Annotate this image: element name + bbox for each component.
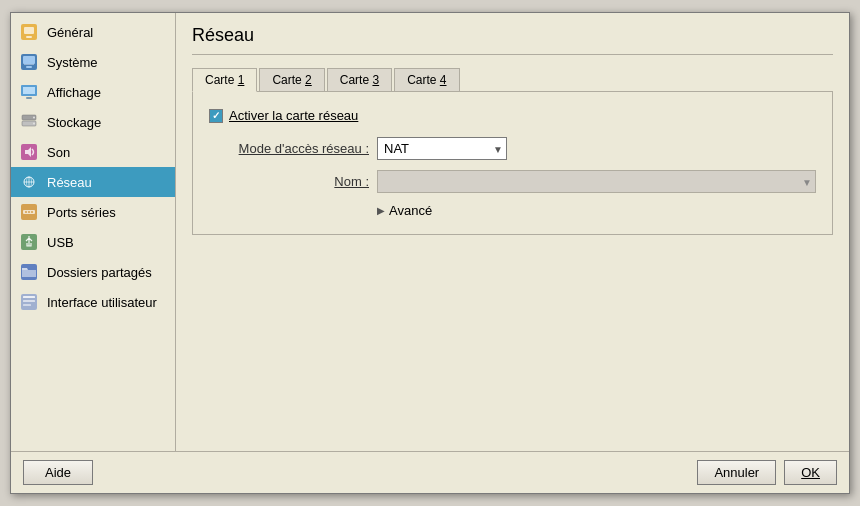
- tab-carte2[interactable]: Carte 2: [259, 68, 324, 92]
- dossiers-icon: [19, 262, 39, 282]
- ok-button[interactable]: OK: [784, 460, 837, 485]
- svg-point-25: [31, 211, 33, 213]
- avance-label: Avancé: [389, 203, 432, 218]
- son-icon: [19, 142, 39, 162]
- activate-checkbox[interactable]: [209, 109, 223, 123]
- tab-carte3[interactable]: Carte 3: [327, 68, 392, 92]
- tab-carte4[interactable]: Carte 4: [394, 68, 459, 92]
- reseau-icon: [19, 172, 39, 192]
- sidebar-item-son-label: Son: [47, 145, 70, 160]
- svg-rect-1: [24, 27, 34, 34]
- tab-bar: Carte 1 Carte 2 Carte 3 Carte 4: [192, 67, 833, 91]
- nom-row: Nom : ▼: [209, 170, 816, 193]
- dialog-body: Général Système Affichage: [11, 13, 849, 451]
- sidebar-item-usb-label: USB: [47, 235, 74, 250]
- sidebar-item-dossiers-label: Dossiers partagés: [47, 265, 152, 280]
- aide-button[interactable]: Aide: [23, 460, 93, 485]
- sidebar-item-interface-label: Interface utilisateur: [47, 295, 157, 310]
- sidebar-item-affichage-label: Affichage: [47, 85, 101, 100]
- sidebar-item-general[interactable]: Général: [11, 17, 175, 47]
- nom-input-wrapper: ▼: [377, 170, 816, 193]
- interface-icon: [19, 292, 39, 312]
- nom-label: Nom :: [209, 174, 369, 189]
- usb-icon: [19, 232, 39, 252]
- svg-rect-30: [23, 300, 35, 302]
- activate-checkbox-row: Activer la carte réseau: [209, 108, 816, 123]
- activate-label: Activer la carte réseau: [229, 108, 358, 123]
- page-title: Réseau: [192, 25, 833, 55]
- sidebar-item-reseau[interactable]: Réseau: [11, 167, 175, 197]
- dialog: Général Système Affichage: [10, 12, 850, 494]
- systeme-icon: [19, 52, 39, 72]
- sidebar-item-stockage-label: Stockage: [47, 115, 101, 130]
- tab-panel: Activer la carte réseau Mode d'accès rés…: [192, 91, 833, 235]
- avance-row[interactable]: ▶ Avancé: [377, 203, 816, 218]
- footer: Aide Annuler OK: [11, 451, 849, 493]
- svg-rect-31: [23, 304, 31, 306]
- mode-select[interactable]: NAT Réseau bridgé Réseau interne Réseau …: [377, 137, 507, 160]
- sidebar-item-systeme[interactable]: Système: [11, 47, 175, 77]
- svg-point-23: [25, 211, 27, 213]
- svg-rect-5: [26, 66, 32, 68]
- sidebar-item-systeme-label: Système: [47, 55, 98, 70]
- annuler-button[interactable]: Annuler: [697, 460, 776, 485]
- mode-row: Mode d'accès réseau : NAT Réseau bridgé …: [209, 137, 816, 160]
- sidebar-item-interface[interactable]: Interface utilisateur: [11, 287, 175, 317]
- svg-rect-8: [23, 87, 35, 94]
- sidebar-item-son[interactable]: Son: [11, 137, 175, 167]
- mode-select-wrapper: NAT Réseau bridgé Réseau interne Réseau …: [377, 137, 507, 160]
- svg-point-24: [28, 211, 30, 213]
- svg-rect-9: [26, 97, 32, 99]
- sidebar-item-dossiers[interactable]: Dossiers partagés: [11, 257, 175, 287]
- stockage-icon: [19, 112, 39, 132]
- mode-label: Mode d'accès réseau :: [209, 141, 369, 156]
- avance-triangle-icon: ▶: [377, 205, 385, 216]
- svg-point-13: [33, 123, 35, 125]
- svg-rect-4: [23, 56, 35, 64]
- footer-right-buttons: Annuler OK: [697, 460, 837, 485]
- svg-point-12: [33, 117, 35, 119]
- sidebar-item-ports-label: Ports séries: [47, 205, 116, 220]
- sidebar-item-general-label: Général: [47, 25, 93, 40]
- sidebar-item-affichage[interactable]: Affichage: [11, 77, 175, 107]
- svg-rect-2: [26, 36, 32, 38]
- svg-rect-29: [23, 296, 35, 298]
- affichage-icon: [19, 82, 39, 102]
- sidebar-item-ports-series[interactable]: Ports séries: [11, 197, 175, 227]
- sidebar-item-usb[interactable]: USB: [11, 227, 175, 257]
- ports-icon: [19, 202, 39, 222]
- sidebar-item-reseau-label: Réseau: [47, 175, 92, 190]
- sidebar-item-stockage[interactable]: Stockage: [11, 107, 175, 137]
- main-content: Réseau Carte 1 Carte 2 Carte 3 Carte 4 A…: [176, 13, 849, 451]
- svg-rect-6: [24, 64, 34, 65]
- sidebar: Général Système Affichage: [11, 13, 176, 451]
- tab-carte1[interactable]: Carte 1: [192, 68, 257, 92]
- general-icon: [19, 22, 39, 42]
- nom-input: [377, 170, 816, 193]
